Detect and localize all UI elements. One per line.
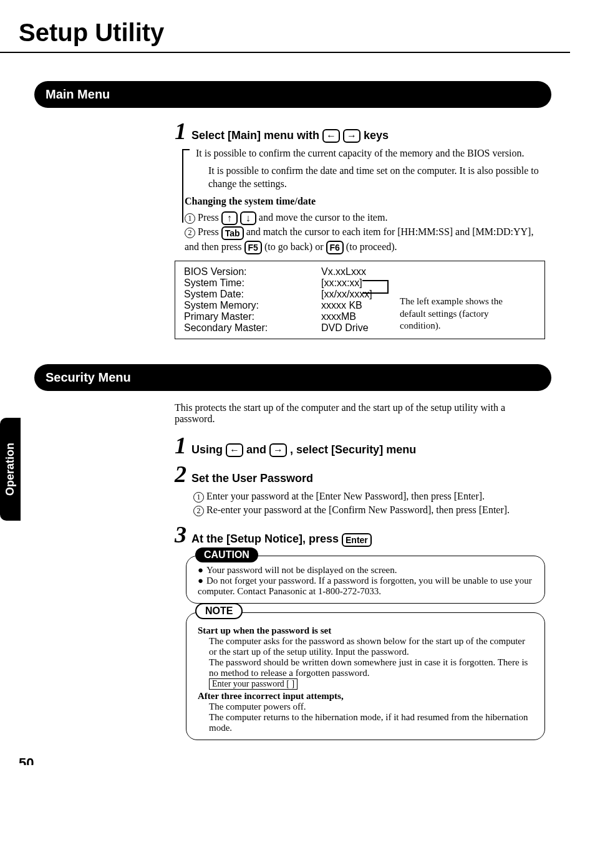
down-arrow-key-icon: ↓ <box>240 211 256 225</box>
sec-step-number-2: 2 <box>175 462 186 486</box>
step1-title-b: keys <box>364 129 389 142</box>
change-line1a: Press <box>195 212 219 223</box>
note-h2: After three incorrect input attempts, <box>198 691 533 702</box>
change-line1b: and move the cursor to the item. <box>259 212 388 223</box>
connector-line <box>362 292 389 294</box>
step1-title: Select [Main] menu with ← → keys <box>191 129 389 143</box>
title-rule <box>0 52 570 53</box>
f6-key-icon: F6 <box>326 241 344 254</box>
connector-line <box>362 280 387 281</box>
side-tab-operation: Operation <box>0 418 21 521</box>
step-number-1: 1 <box>175 119 186 143</box>
left-arrow-key-icon: ← <box>322 129 340 143</box>
main-menu-header: Main Menu <box>34 81 551 108</box>
tab-key-icon: Tab <box>221 226 244 240</box>
enter-key-icon: Enter <box>342 533 372 547</box>
change-line2d: (to proceed). <box>346 241 397 252</box>
bios-version-value: Vx.xxLxxx <box>321 266 390 277</box>
main-intro2: It is possible to confirm the date and t… <box>208 164 545 191</box>
sec-step2-l1: Enter your password at the [Enter New Pa… <box>204 491 485 501</box>
note-p2: The password should be written down some… <box>209 657 533 678</box>
sec-step-number-3: 3 <box>175 523 186 546</box>
sec-step1-a: Using <box>191 443 226 456</box>
change-time-heading: Changing the system time/date <box>185 196 545 207</box>
password-prompt-box: Enter your password [ ] <box>209 678 298 690</box>
bios-settings-box: BIOS Version: System Time: System Date: … <box>175 261 545 339</box>
bios-version-label: BIOS Version: <box>184 266 296 277</box>
bios-time-label: System Time: <box>184 277 296 289</box>
caution-box: CAUTION ●Your password will not be displ… <box>186 556 545 604</box>
bios-memory-value: xxxxx KB <box>321 300 390 311</box>
f5-key-icon: F5 <box>244 241 262 254</box>
left-arrow-key-icon: ← <box>226 443 243 457</box>
note-p1: The computer asks for the password as sh… <box>209 636 533 657</box>
right-arrow-key-icon: → <box>343 129 360 143</box>
circled-2-icon: 2 <box>185 228 195 238</box>
note-p3: The computer powers off. <box>209 702 533 712</box>
sec-step1-title: Using ← and → , select [Security] menu <box>191 443 416 457</box>
bracket-tick <box>182 149 190 150</box>
step1-title-a: Select [Main] menu with <box>191 129 322 142</box>
caution-label: CAUTION <box>195 547 258 562</box>
main-intro1: It is possible to confirm the current ca… <box>196 147 545 160</box>
sec-step2-title: Set the User Password <box>191 472 313 485</box>
change-line2a: Press <box>195 226 221 237</box>
page-title: Setup Utility <box>19 19 570 47</box>
bios-secondary-label: Secondary Master: <box>184 322 296 334</box>
connector-line <box>387 280 389 292</box>
caution-b2: Do not forget your password. If a passwo… <box>198 576 532 596</box>
bios-side-note: The left example shows the default setti… <box>400 296 518 332</box>
circled-1-icon: 1 <box>185 213 195 224</box>
security-menu-header: Security Menu <box>34 364 551 391</box>
security-intro: This protects the start up of the comput… <box>175 402 545 425</box>
page-number: 50 <box>19 755 34 765</box>
bios-date-value: [xx/xx/xxxx] <box>321 289 390 300</box>
up-arrow-key-icon: ↑ <box>221 211 238 225</box>
note-p4: The computer returns to the hibernation … <box>209 712 533 733</box>
bracket-line <box>182 149 183 223</box>
bios-time-value: [xx:xx:xx] <box>321 277 390 289</box>
sec-step3-a: At the [Setup Notice], press <box>191 533 342 545</box>
sec-step1-mid: and <box>246 443 269 456</box>
note-h1: Start up when the password is set <box>198 625 533 636</box>
bios-memory-label: System Memory: <box>184 300 296 311</box>
sec-step-number-1: 1 <box>175 433 186 457</box>
sec-step3-title: At the [Setup Notice], press Enter <box>191 533 372 546</box>
sec-step2-l2: Re-enter your password at the [Confirm N… <box>204 504 510 515</box>
note-label: NOTE <box>195 603 243 619</box>
bios-secondary-value: DVD Drive <box>321 322 390 334</box>
bios-primary-label: Primary Master: <box>184 311 296 322</box>
caution-b1: Your password will not be displayed on t… <box>206 565 397 575</box>
sec-step1-b: , select [Security] menu <box>290 443 416 456</box>
circled-2-icon: 2 <box>193 506 204 516</box>
bios-primary-value: xxxxMB <box>321 311 390 322</box>
circled-1-icon: 1 <box>193 492 204 503</box>
right-arrow-key-icon: → <box>269 443 287 457</box>
change-line2c: (to go back) or <box>264 241 324 252</box>
note-box: NOTE Start up when the password is set T… <box>186 612 545 740</box>
bios-date-label: System Date: <box>184 289 296 300</box>
